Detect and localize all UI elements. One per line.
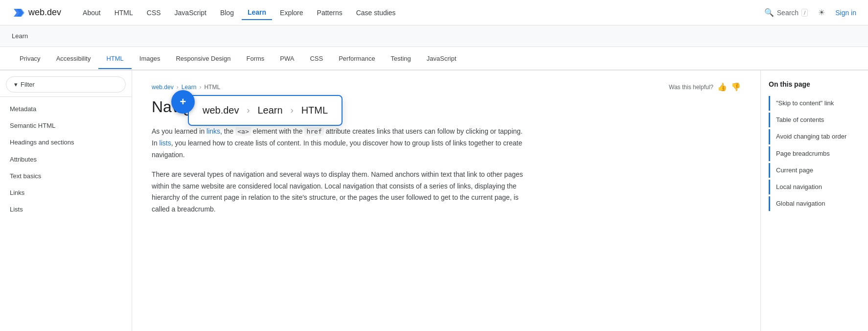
right-sidebar: On this page "Skip to content" link Tabl… <box>760 71 868 331</box>
breadcrumb-webdev[interactable]: web.dev <box>152 84 174 91</box>
helpful-label: Was this helpful? <box>669 84 713 91</box>
logo-icon <box>12 6 25 20</box>
links-link[interactable]: links <box>206 127 220 135</box>
toc-skip-to-content[interactable]: "Skip to content" link <box>769 96 860 111</box>
zoom-popup-webdev: web.dev <box>203 105 239 116</box>
zoom-overlay: + web.dev › Learn › HTML <box>176 95 343 126</box>
tab-performance[interactable]: Performance <box>331 49 383 69</box>
sub-nav-title: Learn <box>12 32 28 40</box>
lists-link[interactable]: lists <box>160 139 171 147</box>
sidebar-item-metadata[interactable]: Metadata <box>0 101 132 118</box>
zoom-popup-html: HTML <box>301 105 328 116</box>
tab-testing[interactable]: Testing <box>383 49 419 69</box>
zoom-popup-sep-1: › <box>247 105 250 116</box>
page-body: As you learned in links, the <a> element… <box>152 126 524 215</box>
content-tabs: Privacy Accessibility HTML Images Respon… <box>0 47 868 71</box>
sidebar-item-headings[interactable]: Headings and sections <box>0 134 132 151</box>
nav-right: 🔍 Search / ☀ Sign in <box>764 5 856 21</box>
tab-forms[interactable]: Forms <box>238 49 272 69</box>
nav-links: About HTML CSS JavaScript Blog Learn Exp… <box>77 5 764 20</box>
search-icon: 🔍 <box>764 8 774 17</box>
sub-navigation: Learn <box>0 25 868 47</box>
logo-text: web.dev <box>28 7 61 18</box>
tab-javascript[interactable]: JavaScript <box>419 49 464 69</box>
tab-pwa[interactable]: PWA <box>272 49 302 69</box>
a-tag-code: <a> <box>235 127 251 136</box>
tab-accessibility[interactable]: Accessibility <box>48 49 99 69</box>
thumbs-up-button[interactable]: 👍 <box>717 82 727 92</box>
body-paragraph-1: As you learned in links, the <a> element… <box>152 126 524 161</box>
zoom-popup-learn: Learn <box>258 105 283 116</box>
tab-images[interactable]: Images <box>132 49 168 69</box>
search-label: Search <box>777 9 799 17</box>
toc-table-of-contents[interactable]: Table of contents <box>769 113 860 127</box>
nav-case-studies[interactable]: Case studies <box>350 6 402 20</box>
sidebar-item-semantic-html[interactable]: Semantic HTML <box>0 118 132 134</box>
sidebar-item-links[interactable]: Links <box>0 185 132 201</box>
nav-css[interactable]: CSS <box>141 6 167 20</box>
thumbs-down-button[interactable]: 👎 <box>731 82 741 92</box>
sidebar-item-text-basics[interactable]: Text basics <box>0 168 132 185</box>
toc-page-breadcrumbs[interactable]: Page breadcrumbs <box>769 146 860 161</box>
tab-responsive-design[interactable]: Responsive Design <box>168 49 238 69</box>
toc-avoid-tab-order[interactable]: Avoid changing tab order <box>769 129 860 144</box>
breadcrumb-sep-2: › <box>199 84 201 91</box>
sidebar-divider <box>0 96 132 97</box>
nav-explore[interactable]: Explore <box>274 6 309 20</box>
sidebar-item-lists[interactable]: Lists <box>0 201 132 218</box>
nav-html[interactable]: HTML <box>109 6 139 20</box>
zoom-popup-sep-2: › <box>291 105 294 116</box>
nav-patterns[interactable]: Patterns <box>311 6 348 20</box>
top-navigation: web.dev About HTML CSS JavaScript Blog L… <box>0 0 868 25</box>
main-layout: ▾ Filter Metadata Semantic HTML Headings… <box>0 71 868 331</box>
filter-icon: ▾ <box>14 81 18 88</box>
nav-blog[interactable]: Blog <box>214 6 240 20</box>
breadcrumb-html: HTML <box>204 84 220 91</box>
breadcrumb: web.dev › Learn › HTML <box>152 84 220 91</box>
nav-learn[interactable]: Learn <box>242 5 272 20</box>
filter-label: Filter <box>21 81 35 88</box>
helpful-area: Was this helpful? 👍 👎 <box>669 82 741 92</box>
body-paragraph-2: There are several types of navigation an… <box>152 169 524 215</box>
tab-privacy[interactable]: Privacy <box>12 49 48 69</box>
tab-html[interactable]: HTML <box>98 49 131 69</box>
breadcrumb-bar: web.dev › Learn › HTML Was this helpful?… <box>152 82 741 92</box>
search-kbd: / <box>801 9 808 17</box>
toc-local-navigation[interactable]: Local navigation <box>769 180 860 194</box>
right-sidebar-title: On this page <box>769 80 860 88</box>
sign-in-button[interactable]: Sign in <box>835 9 856 17</box>
tab-css[interactable]: CSS <box>302 49 331 69</box>
logo[interactable]: web.dev <box>12 6 61 20</box>
zoom-popup: web.dev › Learn › HTML <box>188 95 343 126</box>
filter-button[interactable]: ▾ Filter <box>6 76 126 93</box>
nav-javascript[interactable]: JavaScript <box>169 6 212 20</box>
nav-about[interactable]: About <box>77 6 107 20</box>
breadcrumb-learn[interactable]: Learn <box>182 84 197 91</box>
zoom-magnifier-icon[interactable]: + <box>171 90 195 114</box>
main-content: web.dev › Learn › HTML Was this helpful?… <box>132 71 760 331</box>
breadcrumb-sep-1: › <box>177 84 179 91</box>
sidebar-item-attributes[interactable]: Attributes <box>0 151 132 168</box>
search-area[interactable]: 🔍 Search / <box>764 8 808 17</box>
theme-toggle[interactable]: ☀ <box>814 5 829 21</box>
toc-global-navigation[interactable]: Global navigation <box>769 196 860 211</box>
href-code: href <box>304 127 323 136</box>
toc-current-page[interactable]: Current page <box>769 163 860 178</box>
sidebar: ▾ Filter Metadata Semantic HTML Headings… <box>0 71 132 331</box>
